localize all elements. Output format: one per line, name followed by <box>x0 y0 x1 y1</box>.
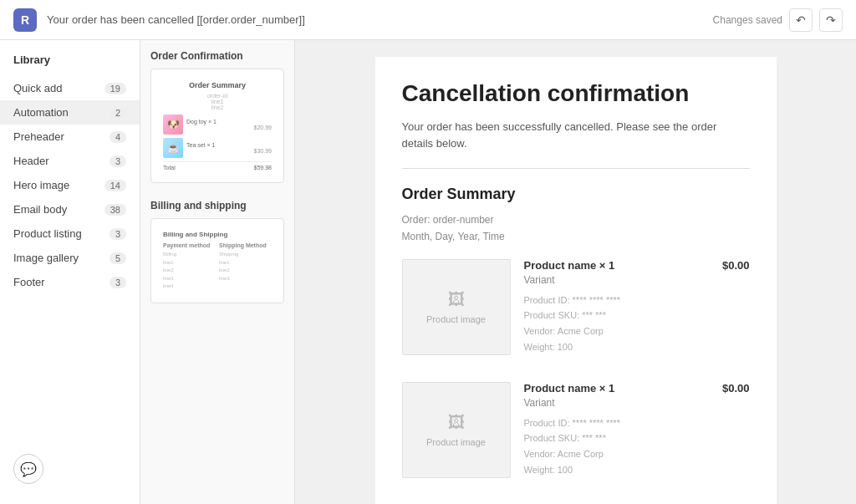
product-image-box-2: 🖼 Product image <box>402 382 511 478</box>
product-image-icon-1: 🖼 <box>448 290 465 309</box>
product-vendor-1: Vendor: Acme Corp <box>524 323 750 339</box>
sidebar-item-header[interactable]: Header 3 <box>0 149 140 173</box>
oc-item-details-1: Dog toy × 1 $20.99 <box>186 119 272 130</box>
oc-item-name-2: Tea set × 1 <box>186 142 272 148</box>
oc-total-row: Total $59.98 <box>163 161 272 171</box>
billing-lines-payment: Billingline1line2line3line4 <box>163 251 216 291</box>
product-vendor-2: Vendor: Acme Corp <box>524 446 750 462</box>
divider <box>402 168 750 169</box>
panel-section-billing: Billing and shipping Billing and Shippin… <box>150 200 284 303</box>
product-weight-1: Weight: 100 <box>524 339 750 355</box>
sidebar-bottom: 💬 <box>0 444 140 494</box>
sidebar-item-label: Product listing <box>13 227 82 240</box>
product-meta-2: Product ID: **** **** **** Product SKU: … <box>524 415 750 478</box>
chat-button[interactable]: 💬 <box>13 454 43 484</box>
product-image-box-1: 🖼 Product image <box>402 259 511 355</box>
undo-button[interactable]: ↶ <box>789 8 813 32</box>
redo-button[interactable]: ↷ <box>819 8 843 32</box>
product-id-1: Product ID: **** **** **** <box>524 293 750 308</box>
panel-preview-order-confirmation[interactable]: Order Summary order-idline1line2 🐶 Dog t… <box>150 69 284 183</box>
billing-col-title-payment: Payment method <box>163 242 216 248</box>
product-sku-1: Product SKU: *** *** <box>524 308 750 323</box>
sidebar-item-email-body[interactable]: Email body 38 <box>0 197 140 221</box>
oc-total-label: Total <box>163 165 176 171</box>
sidebar-badge-preheader: 4 <box>110 131 126 143</box>
sidebar-badge-hero-image: 14 <box>104 180 126 191</box>
oc-item-1: 🐶 Dog toy × 1 $20.99 <box>163 115 272 135</box>
changes-saved-label: Changes saved <box>713 14 782 26</box>
topbar-actions: Changes saved ↶ ↷ <box>713 8 843 32</box>
order-meta: Order: order-number Month, Day, Year, Ti… <box>402 211 750 246</box>
sidebar: Library Quick add 19 Automation 2 Prehea… <box>0 40 140 504</box>
product-meta-1: Product ID: **** **** **** Product SKU: … <box>524 293 750 355</box>
product-id-2: Product ID: **** **** **** <box>524 415 750 431</box>
billing-col-payment: Payment method Billingline1line2line3lin… <box>163 242 216 291</box>
topbar: R Your order has been cancelled [[order.… <box>0 0 856 40</box>
middle-panel: Order Confirmation Order Summary order-i… <box>140 40 295 504</box>
order-meta-line2: Month, Day, Year, Time <box>402 228 750 245</box>
sidebar-item-label: Hero image <box>13 179 69 191</box>
product-name-row-1: Product name × 1 $0.00 <box>524 259 750 272</box>
sidebar-item-label: Header <box>13 155 49 167</box>
sidebar-item-hero-image[interactable]: Hero image 14 <box>0 173 140 197</box>
product-name-row-2: Product name × 1 $0.00 <box>524 382 750 395</box>
sidebar-item-product-listing[interactable]: Product listing 3 <box>0 221 140 246</box>
sidebar-item-image-gallery[interactable]: Image gallery 5 <box>0 246 140 270</box>
product-variant-2: Variant <box>524 397 750 409</box>
product-variant-1: Variant <box>524 274 750 286</box>
oc-item-2: ☕ Tea set × 1 $30.99 <box>163 138 272 158</box>
product-details-1: Product name × 1 $0.00 Variant Product I… <box>524 259 750 355</box>
oc-item-img-1: 🐶 <box>163 115 183 135</box>
order-meta-line1: Order: order-number <box>402 211 750 228</box>
oc-total-value: $59.98 <box>254 165 272 171</box>
panel-section-title-oc: Order Confirmation <box>150 50 284 62</box>
product-image-icon-2: 🖼 <box>448 413 465 432</box>
sidebar-badge-email-body: 38 <box>104 204 126 216</box>
sidebar-item-label: Automation <box>13 106 69 119</box>
email-preview: Cancellation confirmation Your order has… <box>375 57 777 504</box>
blue-cup-icon: ☕ <box>163 138 183 158</box>
sidebar-badge-quick-add: 19 <box>104 83 126 94</box>
order-summary-title: Order Summary <box>402 186 750 203</box>
sidebar-item-label: Footer <box>13 276 45 288</box>
billing-col-shipping: Shipping Method Shippingline1line2line3 <box>219 242 272 291</box>
oc-item-details-2: Tea set × 1 $30.99 <box>186 142 272 154</box>
cancellation-title: Cancellation confirmation <box>402 80 750 107</box>
product-details-2: Product name × 1 $0.00 Variant Product I… <box>524 382 750 478</box>
product-price-1: $0.00 <box>722 259 750 272</box>
sidebar-item-label: Preheader <box>13 130 64 143</box>
sidebar-item-preheader[interactable]: Preheader 4 <box>0 125 140 149</box>
oc-item-price-2: $30.99 <box>186 148 272 154</box>
oc-preview-sub: order-idline1line2 <box>163 93 272 110</box>
sidebar-item-label: Email body <box>13 203 67 216</box>
email-body: Cancellation confirmation Your order has… <box>375 57 777 504</box>
product-weight-2: Weight: 100 <box>524 462 750 478</box>
product-row-1: 🖼 Product image Product name × 1 $0.00 V… <box>402 259 750 369</box>
product-sku-2: Product SKU: *** *** <box>524 430 750 446</box>
panel-section-order-confirmation: Order Confirmation Order Summary order-i… <box>150 50 284 183</box>
billing-grid: Payment method Billingline1line2line3lin… <box>163 242 272 291</box>
billing-preview-title: Billing and Shipping <box>163 231 272 238</box>
sidebar-item-footer[interactable]: Footer 3 <box>0 270 140 294</box>
sidebar-item-label: Image gallery <box>13 252 79 264</box>
sidebar-badge-automation: 2 <box>110 107 126 119</box>
sidebar-item-quick-add[interactable]: Quick add 19 <box>0 76 140 100</box>
product-image-label-2: Product image <box>426 437 486 447</box>
oc-item-price-1: $20.99 <box>186 125 272 130</box>
oc-preview-title: Order Summary <box>163 81 272 89</box>
panel-preview-billing[interactable]: Billing and Shipping Payment method Bill… <box>150 218 284 303</box>
app-logo: R <box>13 8 37 32</box>
sidebar-badge-footer: 3 <box>110 277 126 288</box>
panel-section-title-billing: Billing and shipping <box>150 200 284 211</box>
page-title: Your order has been cancelled [[order.or… <box>47 13 703 26</box>
sidebar-badge-product-listing: 3 <box>110 228 126 240</box>
main-layout: Library Quick add 19 Automation 2 Prehea… <box>0 40 856 504</box>
main-content-area: Cancellation confirmation Your order has… <box>295 40 856 504</box>
product-price-2: $0.00 <box>722 382 750 395</box>
cancellation-subtitle: Your order has been successfully cancell… <box>402 119 750 151</box>
oc-item-img-2: ☕ <box>163 138 183 158</box>
sidebar-item-automation[interactable]: Automation 2 <box>0 100 140 125</box>
billing-preview-content: Billing and Shipping Payment method Bill… <box>158 226 277 296</box>
sidebar-badge-image-gallery: 5 <box>110 252 126 264</box>
billing-col-title-shipping: Shipping Method <box>219 242 272 248</box>
